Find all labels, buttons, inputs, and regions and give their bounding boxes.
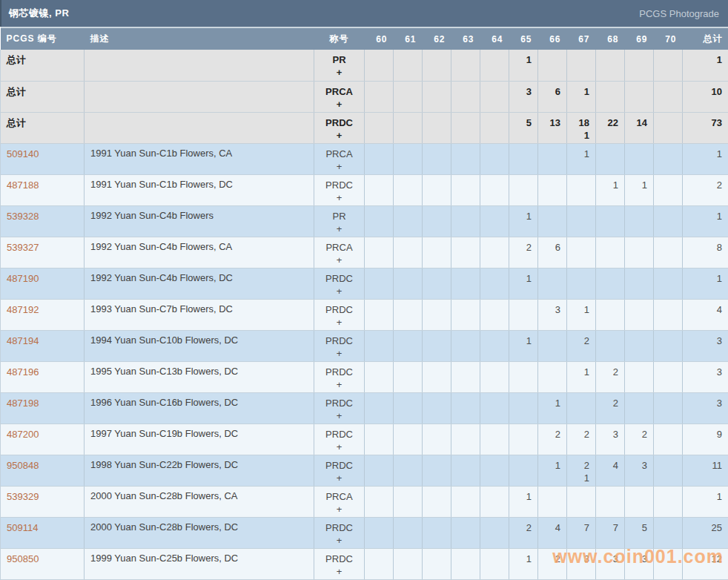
grade-63-cell <box>451 517 480 548</box>
grade-64-cell <box>480 81 509 112</box>
grade-plus-count <box>567 160 595 173</box>
grade-count <box>654 303 682 316</box>
row-total-cell: 1 <box>683 50 728 81</box>
grade-count <box>509 459 537 472</box>
grade-68-cell <box>596 50 625 81</box>
pcgs-number-link[interactable]: 509140 <box>7 148 39 159</box>
grade-plus-count <box>596 160 624 173</box>
grade-plus-count <box>480 129 509 142</box>
grade-count <box>423 53 451 66</box>
col-header-grade-68: 68 <box>596 27 625 50</box>
grade-67-cell <box>567 50 596 81</box>
pcgs-number-cell: 487192 <box>1 299 85 330</box>
grade-67-cell: 7 <box>567 517 596 548</box>
grade-61-cell <box>394 143 423 174</box>
coin-description: 2000 Yuan Sun-C28b Flowers, DC <box>85 517 314 548</box>
grade-count <box>365 428 393 441</box>
grade-60-cell <box>365 361 394 392</box>
grade-plus-count <box>480 441 509 453</box>
grade-70-cell <box>654 548 683 579</box>
grade-plus-count <box>394 503 422 515</box>
grade-plus-count <box>509 441 537 453</box>
grade-66-cell: 4 <box>538 517 567 548</box>
pcgs-number-link[interactable]: 509114 <box>7 522 38 533</box>
grade-61-cell <box>394 174 423 205</box>
grade-61-cell <box>394 237 423 268</box>
grade-62-cell <box>423 424 451 455</box>
grade-69-cell: 3 <box>625 455 654 486</box>
grade-count: 3 <box>596 553 624 565</box>
grade-plus-count <box>596 441 624 453</box>
pcgs-number-link[interactable]: 950848 <box>7 460 39 471</box>
grade-plus-count <box>423 378 451 391</box>
row-total-count: 25 <box>683 521 728 534</box>
grade-plus-count <box>567 254 595 266</box>
grade-67-cell: 21 <box>567 455 596 486</box>
grade-plus-count <box>596 285 624 297</box>
pcgs-number-link[interactable]: 950850 <box>7 553 39 564</box>
grade-count <box>596 335 624 347</box>
grade-plus-count <box>509 254 537 266</box>
col-header-grade-65: 65 <box>509 27 538 50</box>
grade-plus-count <box>394 98 422 111</box>
grade-plus-count <box>451 441 480 453</box>
col-header-grade-63: 63 <box>451 27 480 50</box>
grade-70-cell <box>654 424 683 455</box>
grade-plus-count <box>451 565 480 578</box>
pcgs-number-link[interactable]: 487196 <box>7 366 39 378</box>
grade-plus-count <box>394 191 422 204</box>
grade-plus-count <box>538 441 566 453</box>
pcgs-number-cell: 509140 <box>1 143 85 174</box>
grade-64-cell <box>480 268 509 299</box>
coin-description <box>85 112 314 143</box>
grade-68-cell: 3 <box>596 424 625 455</box>
pcgs-number-link[interactable]: 539327 <box>7 242 39 253</box>
grade-count <box>654 53 682 66</box>
pcgs-number-link[interactable]: 487194 <box>7 335 39 346</box>
grade-plus-count <box>625 254 653 266</box>
grade-count <box>480 210 509 223</box>
grade-count: 1 <box>567 366 595 378</box>
grade-count <box>480 303 509 316</box>
grade-count: 4 <box>596 459 624 472</box>
grade-count <box>451 179 480 191</box>
pcgs-number-link[interactable]: 487200 <box>7 429 39 440</box>
grade-count: 1 <box>509 490 537 503</box>
grade-62-cell <box>423 205 451 237</box>
pcgs-number-link[interactable]: 487198 <box>7 398 39 409</box>
grade-68-cell <box>596 299 625 330</box>
grade-count: 1 <box>567 148 595 160</box>
page-title: 钢芯镀镍, PR <box>9 7 69 20</box>
pcgs-number-link[interactable]: 487192 <box>7 304 39 315</box>
designation-label: PR <box>314 210 364 223</box>
grade-plus-count <box>625 316 653 329</box>
grade-70-cell <box>654 112 683 143</box>
grade-plus-count <box>480 472 509 484</box>
col-header-grade-64: 64 <box>480 27 509 50</box>
grade-63-cell <box>451 112 480 143</box>
grade-count <box>654 521 682 534</box>
grade-count: 2 <box>567 335 595 347</box>
pcgs-number-cell: 539328 <box>1 205 85 237</box>
grade-plus-count <box>509 223 537 235</box>
grade-65-cell: 1 <box>509 268 538 299</box>
grade-68-cell <box>596 330 625 361</box>
pcgs-number-link[interactable]: 539328 <box>7 211 39 222</box>
grade-70-cell <box>654 486 683 517</box>
grade-64-cell <box>480 174 509 205</box>
pcgs-number-link[interactable]: 487190 <box>7 273 39 284</box>
pcgs-number-link[interactable]: 487188 <box>7 179 39 191</box>
grade-count: 6 <box>538 241 566 254</box>
grade-count <box>365 241 393 254</box>
grade-64-cell <box>480 205 509 237</box>
grade-count <box>394 241 422 254</box>
grade-count <box>625 335 653 347</box>
grade-plus-count <box>654 316 682 329</box>
grade-67-cell: 1 <box>567 299 596 330</box>
grade-plus-count <box>538 378 566 391</box>
plus-indicator: + <box>314 160 364 173</box>
table-row: 4871881991 Yuan Sun-C1b Flowers, DCPRDC+… <box>1 174 728 205</box>
grade-plus-count <box>538 409 566 422</box>
grade-plus-count <box>509 472 537 484</box>
pcgs-number-link[interactable]: 539329 <box>7 491 39 502</box>
